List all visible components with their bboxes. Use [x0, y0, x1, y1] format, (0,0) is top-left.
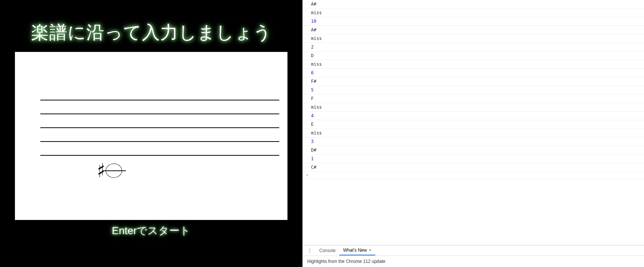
tab-console-label: Console	[319, 248, 336, 253]
console-log-row: 6	[303, 69, 644, 77]
console-log-row: E	[303, 120, 644, 129]
ledger-line	[103, 170, 126, 171]
console-log-row: F	[303, 94, 644, 103]
start-instruction: Enterでスタート	[112, 224, 191, 238]
devtools-panel: A#miss10A#miss2Dmiss6F#5Fmiss4Emiss3D#1C…	[302, 0, 644, 267]
close-icon[interactable]: ×	[369, 248, 371, 253]
console-log-row: 10	[303, 17, 644, 26]
console-log-row: miss	[303, 34, 644, 43]
note: ♯	[97, 162, 124, 179]
console-log-row: miss	[303, 9, 644, 17]
console-log-row: 4	[303, 112, 644, 120]
console-log-row: F#	[303, 77, 644, 86]
console-log-row: A#	[303, 0, 644, 9]
console-log-row: D	[303, 52, 644, 60]
game-title: 楽譜に沿って入力しましょう	[31, 21, 272, 44]
tab-console[interactable]: Console	[315, 245, 339, 255]
console-log-row: miss	[303, 103, 644, 112]
staff-line	[40, 114, 279, 114]
console-log-row: miss	[303, 60, 644, 69]
note-head	[106, 164, 124, 178]
music-staff-canvas[interactable]: ♯	[15, 52, 287, 220]
console-output[interactable]: A#miss10A#miss2Dmiss6F#5Fmiss4Emiss3D#1C…	[303, 0, 644, 245]
staff-line	[40, 141, 279, 142]
tab-whatsnew-label: What's New	[343, 248, 367, 253]
drawer-content: Highlights from the Chrome 112 update	[303, 256, 644, 267]
console-log-row: 1	[303, 155, 644, 163]
console-log-row: miss	[303, 129, 644, 137]
staff-line	[40, 155, 279, 156]
staff-line	[40, 127, 279, 128]
console-log-row: 5	[303, 86, 644, 94]
game-panel: 楽譜に沿って入力しましょう ♯ Enterでスタート	[0, 0, 302, 267]
drawer-tabbar: ⋮ Console What's New ×	[303, 245, 644, 256]
kebab-menu-icon[interactable]: ⋮	[304, 248, 315, 254]
console-log-row: 3	[303, 137, 644, 146]
console-log-row: D#	[303, 146, 644, 155]
console-log-row: A#	[303, 26, 644, 34]
console-log-row: 2	[303, 43, 644, 52]
console-log-row: C#	[303, 163, 644, 172]
console-prompt[interactable]: ›	[303, 172, 644, 179]
staff-lines	[40, 100, 279, 169]
devtools-drawer: ⋮ Console What's New × Highlights from t…	[303, 245, 644, 267]
staff-line	[40, 100, 279, 100]
tab-whats-new[interactable]: What's New ×	[339, 245, 375, 255]
